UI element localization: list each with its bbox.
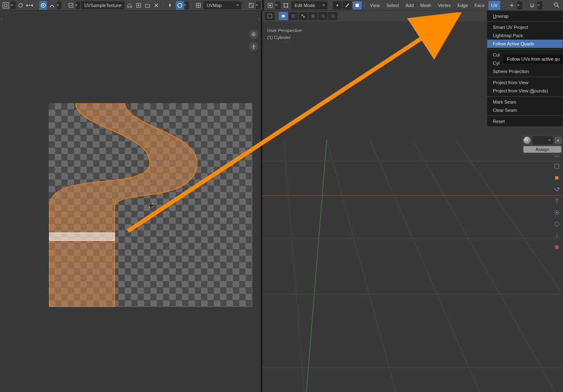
uvmap-data-icon[interactable] [194,1,203,10]
uv-editor-icon[interactable] [2,1,10,10]
mesh-select-mode [333,1,362,9]
editor-icon[interactable] [266,1,275,10]
menu-view[interactable]: View [367,1,383,10]
prop-scene-icon[interactable] [552,185,561,194]
menu-select[interactable]: Select [384,1,402,10]
svg-point-25 [511,5,513,6]
svg-line-85 [284,139,305,392]
svg-line-89 [305,139,327,392]
menu-reset[interactable]: Reset [487,117,563,125]
orientation-dropdown[interactable] [517,1,522,9]
menu-face[interactable]: Face [472,1,488,10]
svg-rect-4 [69,3,73,7]
svg-rect-0 [3,2,9,8]
overlay-dropdown[interactable] [185,1,189,9]
image-name-field[interactable]: UVSampleTexture [81,1,125,9]
pan-icon[interactable] [249,42,258,51]
edge-select-mode[interactable] [343,1,352,9]
menu-project-view-bounds[interactable]: Project from View (Bounds) [487,87,563,95]
perspective-label: User Perspective [267,27,302,34]
menu-smart-uv[interactable]: Smart UV Project [487,23,563,31]
svg-point-26 [554,3,558,6]
material-slot-dropdown[interactable] [532,136,553,144]
snap-icon[interactable] [528,1,537,10]
menu-clear-seam[interactable]: Clear Seam [487,106,563,114]
prop-world-icon[interactable] [552,196,561,205]
menu-lightmap[interactable]: Lightmap Pack [487,31,563,40]
uv-display-channels-icon[interactable] [247,1,255,10]
uv-editor-area[interactable]: ‹ › [0,11,262,392]
image-linked-dropdown[interactable] [76,1,80,9]
uvmap-name-text: UVMap [207,3,222,8]
svg-point-10 [178,3,182,7]
add-material-icon[interactable]: + [555,137,561,144]
prop-particles-icon[interactable] [552,231,561,240]
menu-vertex[interactable]: Vertex [435,1,454,10]
mode-text: Edit Mode [294,3,315,8]
zoom-icon[interactable] [249,30,258,39]
falloff-dropdown[interactable] [57,1,61,9]
editor-type-dropdown[interactable] [11,1,16,9]
svg-point-22 [337,5,338,6]
editor-dropdown[interactable] [276,1,280,9]
prop-viewlayer-icon[interactable] [552,173,561,182]
prop-output-icon[interactable] [552,162,561,171]
svg-point-19 [287,3,288,4]
open-image-icon[interactable] [144,1,152,10]
display-dropdown[interactable] [256,1,261,9]
mode-icon[interactable] [281,1,290,10]
snap-dropdown[interactable] [537,1,542,9]
proportional-editing-icon[interactable] [39,1,47,10]
fake-user-icon[interactable] [125,1,134,10]
object-label: (1) Cylinder [267,34,302,41]
pin-icon[interactable] [166,1,174,10]
falloff-icon[interactable] [48,1,56,10]
svg-point-18 [284,3,285,4]
expand-toolbar-icon[interactable]: › [1,17,2,21]
svg-point-20 [284,6,285,7]
new-image-icon[interactable] [134,1,143,10]
uv-island[interactable] [49,103,252,307]
menu-mesh[interactable]: Mesh [417,1,434,10]
expand-sidebar-icon[interactable]: ‹ [258,17,260,21]
transform-orientation-icon[interactable] [507,1,516,10]
image-pin-icon[interactable] [67,1,75,10]
svg-point-16 [269,5,271,6]
prop-modifier-icon[interactable] [552,220,561,229]
uv-overlay-icon[interactable] [176,1,184,10]
prop-physics-icon[interactable] [552,243,561,252]
prop-object-icon[interactable] [552,208,561,217]
assign-button[interactable]: Assign [523,146,561,153]
vertex-select-mode[interactable] [333,1,342,9]
menu-mark-seam[interactable]: Mark Seam [487,98,563,106]
menu-edge[interactable]: Edge [455,1,471,10]
svg-line-23 [346,4,349,7]
sync-uv-icon[interactable] [16,1,25,10]
svg-line-27 [557,6,559,7]
material-preview-icon[interactable] [523,137,531,144]
svg-point-3 [42,5,44,6]
menu-unwrap[interactable]: Unwrap [487,12,563,20]
viewport-info: User Perspective (1) Cylinder [267,27,302,41]
menu-uv[interactable]: UV [488,1,500,10]
menu-project-view[interactable]: Project from View [487,78,563,87]
menu-sphere-projection[interactable]: Sphere Projection [487,67,563,76]
svg-point-21 [287,6,288,7]
uv-grid [49,103,252,307]
uvmap-field[interactable]: UVMap [203,1,241,9]
svg-line-84 [327,139,400,392]
face-select-mode[interactable] [353,1,362,9]
svg-rect-1 [5,4,7,7]
menu-add[interactable]: Add [403,1,417,10]
pivot-icon[interactable]: ▸▪◂ [26,1,34,10]
unlink-icon[interactable] [153,1,161,10]
viewport-header: Edit Mode View Select Add Mesh Vertex Ed… [262,0,563,11]
mode-dropdown[interactable]: Edit Mode [291,1,327,9]
menu-follow-active-quads[interactable]: Follow Active Quads [487,40,563,48]
svg-rect-24 [356,4,359,7]
uv-editor-header: ▸▪◂ UVSampleTexture [0,0,262,11]
svg-rect-112 [555,164,559,168]
search-icon[interactable] [552,1,561,10]
image-name-text: UVSampleTexture [84,3,121,8]
svg-point-118 [555,245,559,249]
